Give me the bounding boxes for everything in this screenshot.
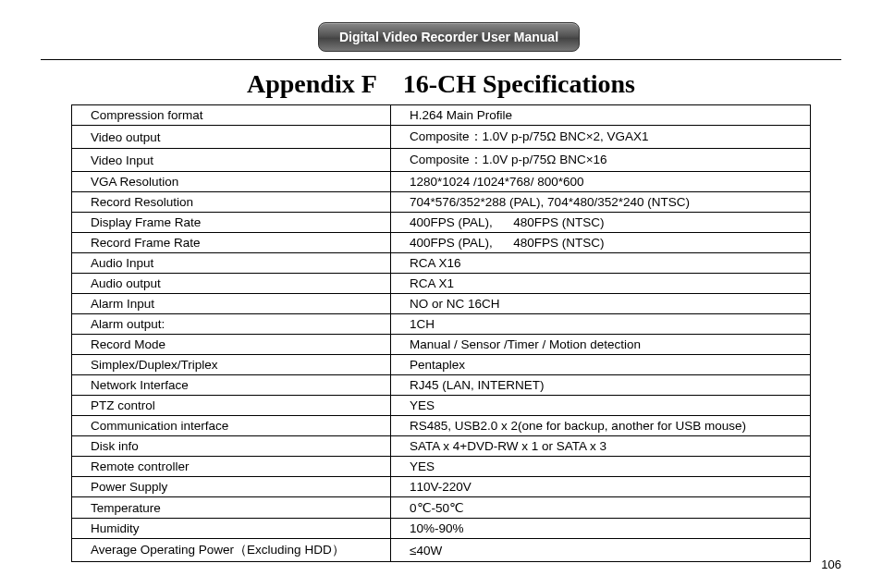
spec-key: Compression format [72,105,391,126]
spec-value: 1280*1024 /1024*768/ 800*600 [391,172,811,192]
table-row: Video outputComposite：1.0V p-p/75Ω BNC×2… [72,126,811,149]
spec-value: H.264 Main Profile [391,105,811,126]
page-number: 106 [821,557,841,571]
spec-key: VGA Resolution [72,172,391,192]
title-left: Appendix F [247,69,377,98]
spec-value: 10%-90% [391,519,811,539]
title-right: 16-CH Specifications [403,69,635,98]
spec-key: Video Input [72,149,391,172]
spec-key: Temperature [72,497,391,519]
spec-value: RCA X16 [391,253,811,274]
spec-key: Alarm Input [72,294,391,314]
spec-value: ≤40W [391,539,811,562]
table-row: Video InputComposite：1.0V p-p/75Ω BNC×16 [72,149,811,172]
spec-key: Humidity [72,519,391,539]
spec-value: Manual / Sensor /Timer / Motion detectio… [391,335,811,355]
table-row: Humidity10%-90% [72,519,811,539]
table-row: Network InterfaceRJ45 (LAN, INTERNET) [72,375,811,396]
spec-value: 400FPS (PAL), 480FPS (NTSC) [391,213,811,233]
table-row: Audio outputRCA X1 [72,274,811,294]
table-row: Simplex/Duplex/TriplexPentaplex [72,355,811,375]
table-row: PTZ controlYES [72,396,811,416]
table-row: Alarm InputNO or NC 16CH [72,294,811,314]
spec-value: SATA x 4+DVD-RW x 1 or SATA x 3 [391,436,811,457]
spec-value: 1CH [391,314,811,335]
spec-key: Network Interface [72,375,391,396]
spec-key: Audio output [72,274,391,294]
spec-value: RS485, USB2.0 x 2(one for backup, anothe… [391,416,811,436]
spec-value: Composite：1.0V p-p/75Ω BNC×2, VGAX1 [391,126,811,149]
table-row: Display Frame Rate400FPS (PAL), 480FPS (… [72,213,811,233]
spec-value: 704*576/352*288 (PAL), 704*480/352*240 (… [391,192,811,213]
table-row: Audio InputRCA X16 [72,253,811,274]
table-row: Power Supply110V-220V [72,477,811,497]
spec-key: Video output [72,126,391,149]
table-row: Remote controllerYES [72,457,811,477]
table-row: Record ModeManual / Sensor /Timer / Moti… [72,335,811,355]
header-badge: Digital Video Recorder User Manual [318,22,580,52]
spec-key: Audio Input [72,253,391,274]
header-divider [41,59,841,60]
table-row: Record Frame Rate400FPS (PAL), 480FPS (N… [72,233,811,253]
spec-key: Simplex/Duplex/Triplex [72,355,391,375]
spec-value: RJ45 (LAN, INTERNET) [391,375,811,396]
spec-key: Disk info [72,436,391,457]
spec-key: Communication interface [72,416,391,436]
spec-key: Display Frame Rate [72,213,391,233]
spec-key: Alarm output: [72,314,391,335]
table-row: Average Operating Power（Excluding HDD）≤4… [72,539,811,562]
spec-value: YES [391,457,811,477]
table-row: VGA Resolution1280*1024 /1024*768/ 800*6… [72,172,811,192]
spec-key: Record Mode [72,335,391,355]
spec-value: 110V-220V [391,477,811,497]
spec-value: NO or NC 16CH [391,294,811,314]
table-row: Alarm output:1CH [72,314,811,335]
spec-value: Composite：1.0V p-p/75Ω BNC×16 [391,149,811,172]
spec-value: Pentaplex [391,355,811,375]
table-row: Compression formatH.264 Main Profile [72,105,811,126]
spec-value: 0℃-50℃ [391,497,811,519]
spec-key: PTZ control [72,396,391,416]
spec-key: Record Resolution [72,192,391,213]
spec-key: Average Operating Power（Excluding HDD） [72,539,391,562]
spec-value: 400FPS (PAL), 480FPS (NTSC) [391,233,811,253]
table-row: Disk infoSATA x 4+DVD-RW x 1 or SATA x 3 [72,436,811,457]
spec-value: YES [391,396,811,416]
table-row: Record Resolution704*576/352*288 (PAL), … [72,192,811,213]
spec-key: Record Frame Rate [72,233,391,253]
appendix-title: Appendix F16-CH Specifications [41,69,841,99]
spec-key: Remote controller [72,457,391,477]
spec-key: Power Supply [72,477,391,497]
specifications-table: Compression formatH.264 Main ProfileVide… [71,104,811,562]
table-row: Temperature0℃-50℃ [72,497,811,519]
table-row: Communication interfaceRS485, USB2.0 x 2… [72,416,811,436]
spec-value: RCA X1 [391,274,811,294]
